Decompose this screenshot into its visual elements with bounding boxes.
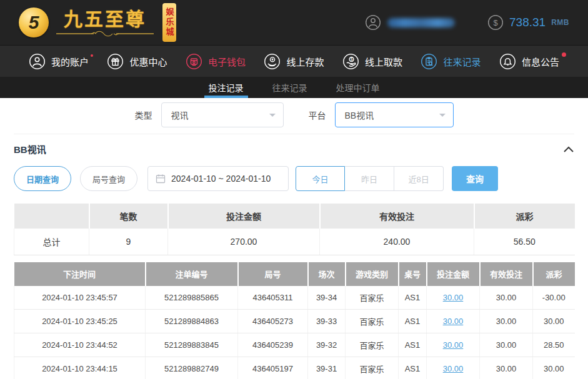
column-header: 派彩 — [533, 262, 575, 286]
notification-dot — [562, 52, 566, 57]
table-cell: 39-33 — [308, 310, 346, 333]
column-header: 注单编号 — [146, 262, 238, 286]
nav-item-transaction-records[interactable]: 往来记录 — [421, 53, 481, 70]
column-header: 有效投注 — [320, 204, 474, 229]
bet-amount-link[interactable]: 30.00 — [443, 317, 464, 326]
user-icon — [29, 53, 46, 70]
header-account-area: $ 738.31 RMB — [365, 14, 569, 31]
nav-item-announcements[interactable]: 信息公告 — [499, 53, 559, 70]
round-query-button[interactable]: 局号查询 — [80, 166, 137, 191]
nav-item-promotions[interactable]: 优惠中心 — [107, 53, 167, 70]
search-button[interactable]: 查询 — [452, 166, 498, 191]
summary-header-row: 笔数 投注金额 有效投注 派彩 — [14, 204, 575, 229]
brand-wordmark: 九五至尊 — [55, 9, 155, 37]
nav-label: 线上存款 — [286, 55, 324, 68]
tab-bet-records[interactable]: 投注记录 — [209, 77, 244, 98]
bet-table-body: 2024-01-10 23:45:57521289885865436405311… — [14, 286, 575, 379]
balance-currency: RMB — [551, 18, 569, 27]
column-header: 桌号 — [399, 262, 427, 286]
summary-table: 笔数 投注金额 有效投注 派彩 总计 9 270.00 240.00 56.50 — [14, 204, 575, 255]
nav-label: 优惠中心 — [129, 55, 167, 68]
total-label: 总计 — [14, 229, 89, 255]
nav-item-my-account[interactable]: 我的账户 — [29, 53, 89, 70]
nav-label: 往来记录 — [443, 55, 481, 68]
nav-label: 我的账户 — [51, 55, 89, 68]
table-row: 2024-01-10 23:44:15521289882749436405197… — [14, 357, 575, 379]
record-tabs: 投注记录 往来记录 处理中订单 — [0, 77, 588, 98]
page-content: 类型 视讯 平台 BB视讯 BB视讯 日期查询 局号查询 — [0, 102, 588, 379]
column-header: 笔数 — [89, 204, 168, 229]
total-bet-amount: 270.00 — [168, 229, 320, 255]
quick-range-group: 今日 昨日 近8日 — [296, 166, 444, 191]
user-info[interactable] — [365, 14, 455, 31]
table-cell: 百家乐 — [346, 286, 399, 310]
column-header — [14, 204, 89, 229]
records-icon — [421, 53, 437, 70]
bet-amount-cell: 30.00 — [427, 310, 480, 333]
table-cell: -30.00 — [533, 286, 575, 310]
table-cell: AS1 — [399, 310, 427, 333]
yesterday-button[interactable]: 昨日 — [345, 166, 394, 191]
table-cell: 436405273 — [238, 310, 308, 333]
bet-amount-link[interactable]: 30.00 — [443, 364, 464, 373]
bell-icon — [499, 53, 516, 70]
platform-section-header: BB视讯 — [14, 142, 574, 155]
table-cell: 521289884863 — [146, 310, 238, 333]
today-button[interactable]: 今日 — [296, 166, 345, 191]
balance-display[interactable]: $ 738.31 RMB — [487, 14, 569, 31]
calendar-icon — [156, 174, 166, 184]
type-select-value: 视讯 — [171, 109, 189, 121]
bet-amount-cell: 30.00 — [427, 286, 480, 310]
top-header: 5 九五至尊 娱乐城 $ 73 — [0, 0, 588, 45]
table-cell: 30.00 — [480, 310, 533, 333]
column-header: 派彩 — [474, 204, 575, 229]
table-cell: 30.00 — [480, 286, 533, 310]
brand-logo[interactable]: 5 九五至尊 娱乐城 — [19, 3, 176, 42]
section-title: BB视讯 — [14, 142, 46, 155]
table-cell: 521289885865 — [146, 286, 238, 310]
last-8-days-button[interactable]: 近8日 — [394, 166, 444, 191]
table-cell: 39-34 — [308, 286, 346, 310]
query-controls-row: 日期查询 局号查询 2024-01-10 ~ 2024-01-10 今日 昨日 … — [14, 166, 574, 191]
nav-item-e-wallet[interactable]: 电子钱包 — [186, 53, 246, 70]
table-cell: 436405311 — [238, 286, 308, 310]
column-header: 投注金额 — [427, 262, 480, 286]
table-cell: AS1 — [399, 357, 427, 379]
date-range-input[interactable]: 2024-01-10 ~ 2024-01-10 — [147, 166, 289, 191]
table-cell: 30.00 — [480, 333, 533, 357]
type-select[interactable]: 视讯 — [161, 102, 284, 127]
svg-text:$: $ — [493, 18, 498, 27]
date-query-button[interactable]: 日期查询 — [14, 166, 71, 191]
table-cell: 30.00 — [533, 310, 575, 333]
hand-coin-icon — [264, 53, 281, 70]
tab-transaction-records[interactable]: 往来记录 — [272, 77, 307, 98]
total-valid-bet: 240.00 — [320, 229, 474, 255]
chevron-down-icon — [269, 114, 276, 117]
platform-select[interactable]: BB视讯 — [335, 102, 454, 127]
bet-records-table: 下注时间注单编号局号场次游戏类别桌号投注金额有效投注派彩 2024-01-10 … — [14, 262, 575, 379]
brand-sub-badge: 娱乐城 — [162, 3, 176, 42]
total-count: 9 — [89, 229, 168, 255]
collapse-section-button[interactable] — [563, 145, 574, 153]
table-cell: 百家乐 — [346, 333, 399, 357]
emblem-digit: 5 — [29, 12, 39, 33]
column-header: 有效投注 — [480, 262, 533, 286]
flourish-ornament-icon — [55, 31, 155, 37]
brand-name: 九五至尊 — [64, 9, 146, 29]
nav-item-online-withdrawal[interactable]: $ 线上取款 — [342, 53, 402, 70]
table-cell: 2024-01-10 23:45:25 — [14, 310, 146, 333]
table-cell: 2024-01-10 23:45:57 — [14, 286, 146, 310]
type-filter-group: 类型 视讯 — [135, 102, 284, 127]
table-cell: 2024-01-10 23:44:52 — [14, 333, 146, 357]
bet-amount-cell: 30.00 — [427, 333, 480, 357]
bet-amount-link[interactable]: 30.00 — [443, 293, 464, 302]
column-header: 游戏类别 — [346, 262, 399, 286]
coin-hand-icon: $ — [342, 53, 359, 70]
bet-amount-link[interactable]: 30.00 — [443, 340, 464, 350]
nav-item-online-deposit[interactable]: 线上存款 — [264, 53, 324, 70]
user-avatar-icon — [365, 14, 381, 31]
chevron-up-icon — [563, 145, 574, 153]
tab-pending-orders[interactable]: 处理中订单 — [336, 77, 380, 98]
svg-text:$: $ — [351, 57, 353, 61]
table-row: 2024-01-10 23:44:52521289883845436405239… — [14, 333, 575, 357]
